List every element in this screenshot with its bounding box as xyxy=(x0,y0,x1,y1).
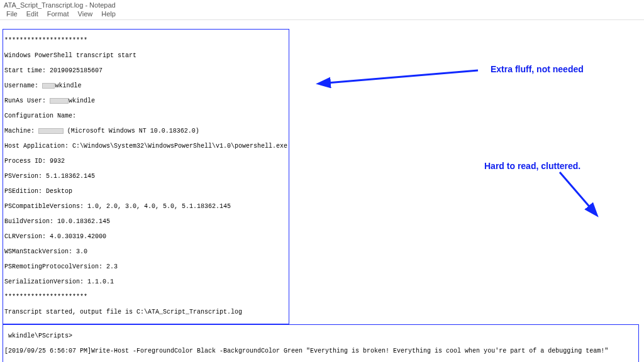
header-line: Username: XXXwkindle xyxy=(4,82,287,90)
header-sep-top: ********************** xyxy=(4,37,287,45)
redacted: XXXXXXX xyxy=(38,128,64,134)
header-line: PSEdition: Desktop xyxy=(4,188,287,195)
annotation-top: Extra fluff, not needed xyxy=(491,65,584,73)
header-line: BuildVersion: 10.0.18362.145 xyxy=(4,218,287,226)
menu-file[interactable]: File xyxy=(3,9,21,18)
header-line: Configuration Name: xyxy=(4,112,287,120)
header-line: Start time: 20190925185607 xyxy=(4,67,287,75)
prompt-line: wkindle\PScripts> xyxy=(4,332,637,340)
header-line: PSCompatibleVersions: 1.0, 2.0, 3.0, 4.0… xyxy=(4,203,287,211)
redacted: XXX xyxy=(42,83,55,89)
menu-help[interactable]: Help xyxy=(97,9,119,18)
svg-line-1 xyxy=(560,172,591,209)
header-box: ********************** Windows PowerShel… xyxy=(3,29,289,324)
header-sep-bot: ********************** xyxy=(4,293,287,301)
header-line: SerializationVersion: 1.1.0.1 xyxy=(4,278,287,286)
body-box: wkindle\PScripts> [2019/09/25 6:56:07 PM… xyxy=(3,324,639,362)
arrow-bottom-icon xyxy=(522,165,610,215)
arrow-top-icon xyxy=(314,58,491,96)
text-area[interactable]: ********************** Windows PowerShel… xyxy=(0,20,644,362)
menu-format[interactable]: Format xyxy=(43,9,73,18)
header-line: PSVersion: 5.1.18362.145 xyxy=(4,173,287,180)
header-line: CLRVersion: 4.0.30319.42000 xyxy=(4,233,287,241)
header-line: Machine: XXXXXXX (Microsoft Windows NT 1… xyxy=(4,128,287,135)
header-line: Host Application: C:\Windows\System32\Wi… xyxy=(4,143,287,150)
header-line: RunAs User: XXXXXwkindle xyxy=(4,97,287,105)
cmd-line: [2019/09/25 6:56:07 PM]Write-Host -Foreg… xyxy=(4,348,637,355)
header-line: WSManStackVersion: 3.0 xyxy=(4,248,287,256)
menu-edit[interactable]: Edit xyxy=(23,9,42,18)
menu-view[interactable]: View xyxy=(74,9,97,18)
menu-bar: File Edit Format View Help xyxy=(0,9,644,20)
svg-line-0 xyxy=(327,70,478,83)
header-line: Process ID: 9932 xyxy=(4,158,287,165)
header-line: Windows PowerShell transcript start xyxy=(4,52,287,60)
redacted: XXXXX xyxy=(50,98,69,104)
window-title-bar: ATA_Script_Transcript.log - Notepad xyxy=(0,0,644,9)
header-line: Transcript started, output file is C:\AT… xyxy=(4,309,287,316)
window-title: ATA_Script_Transcript.log - Notepad xyxy=(4,1,116,9)
header-line: PSRemotingProtocolVersion: 2.3 xyxy=(4,263,287,271)
